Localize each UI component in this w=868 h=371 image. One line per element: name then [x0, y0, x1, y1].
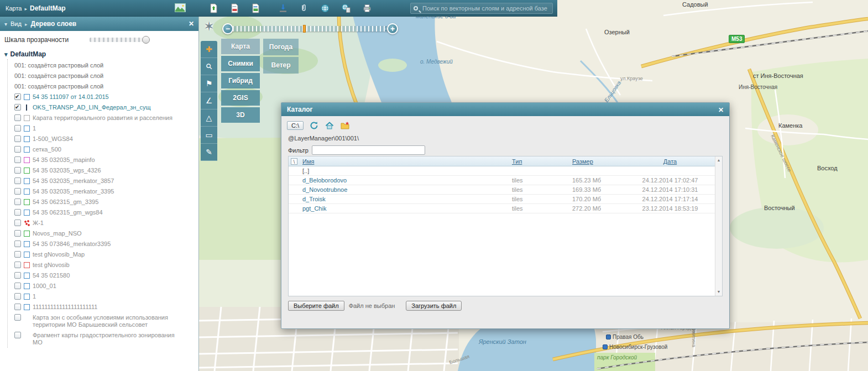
- layer-row[interactable]: 54 35 032035_merkator_3395: [0, 186, 198, 197]
- layer-row[interactable]: 001: создаётся растровый слой: [0, 60, 198, 71]
- layer-row[interactable]: 54 35 111097 от 14.01.2015: [0, 92, 198, 102]
- layer-checkbox[interactable]: [14, 146, 21, 153]
- tool-button[interactable]: ∠: [201, 92, 217, 109]
- layer-label[interactable]: 1: [33, 293, 36, 300]
- layer-label[interactable]: 54 35 032035_merkator_3857: [33, 177, 114, 185]
- layer-row[interactable]: test gNovosib_Map: [0, 249, 198, 260]
- refresh-button[interactable]: [309, 121, 319, 130]
- dialog-header[interactable]: Каталог: [281, 103, 729, 116]
- globe-button[interactable]: [318, 2, 332, 14]
- layer-row[interactable]: 54 35 073846_merkator3395: [0, 239, 198, 249]
- layer-row[interactable]: 1-500_WGS84: [0, 134, 198, 144]
- collapse-arrow-icon[interactable]: [4, 50, 8, 58]
- layer-label[interactable]: сетка_500: [33, 146, 61, 153]
- layer-checkbox[interactable]: [14, 332, 21, 338]
- print-button[interactable]: [360, 2, 374, 14]
- layer-label[interactable]: 001: создаётся растровый слой: [14, 62, 103, 69]
- layer-checkbox[interactable]: [14, 314, 21, 321]
- save-raster-button[interactable]: [207, 2, 220, 14]
- layer-checkbox[interactable]: [14, 251, 21, 258]
- layer-row[interactable]: 54 35 062315_gm_wgs84: [0, 207, 198, 218]
- layer-checkbox[interactable]: [14, 293, 21, 300]
- add-folder-button[interactable]: [340, 121, 350, 130]
- row-name[interactable]: d_Troisk: [301, 196, 512, 202]
- filter-input[interactable]: [312, 145, 425, 155]
- layer-checkbox[interactable]: [14, 156, 21, 163]
- row-name[interactable]: d_Beloborodovo: [301, 177, 512, 184]
- column-type-label[interactable]: Тип: [512, 158, 522, 165]
- column-date-label[interactable]: Дата: [663, 158, 677, 165]
- scroll-down-icon[interactable]: [715, 289, 722, 295]
- layer-row[interactable]: 54 35 032035_mapinfo: [0, 155, 198, 165]
- close-dialog-button[interactable]: [718, 104, 724, 114]
- zoom-control[interactable]: − +: [222, 23, 398, 34]
- layer-label[interactable]: test gNovosib_Map: [33, 251, 85, 258]
- layer-label[interactable]: 001: создаётся растровый слой: [14, 72, 103, 80]
- layer-label[interactable]: Карата территориального развития и рассе…: [33, 114, 172, 122]
- overlay-button[interactable]: Погода: [263, 39, 299, 55]
- table-row[interactable]: d_Novootrubnoe tiles 169.33 Мб 24.12.201…: [289, 185, 722, 195]
- table-row[interactable]: pgt_Chik tiles 272.20 Мб 23.12.2014 18:5…: [289, 204, 722, 213]
- layer-row[interactable]: Novos_map_NSO: [0, 228, 198, 239]
- layer-label[interactable]: 54 35 032035_mapinfo: [33, 156, 95, 164]
- basemap-button[interactable]: Снимки: [221, 56, 260, 71]
- download-button[interactable]: [276, 2, 290, 14]
- layer-row[interactable]: OKS_TRANSP_AD_LIN_Федерал_зн_сущ: [0, 102, 198, 113]
- layer-label[interactable]: 54 35 021580: [33, 272, 70, 279]
- layer-checkbox[interactable]: [14, 283, 21, 289]
- parent-dir-row[interactable]: [..]: [289, 166, 722, 176]
- row-name[interactable]: d_Novootrubnoe: [301, 186, 512, 193]
- layer-tree-root[interactable]: DefaultMap: [0, 48, 198, 60]
- layer-checkbox[interactable]: [14, 220, 21, 226]
- layer-checkbox[interactable]: [14, 93, 21, 100]
- column-type[interactable]: Тип: [512, 158, 564, 165]
- tool-button[interactable]: ✎: [201, 144, 217, 161]
- choose-file-button[interactable]: Выберите файл: [288, 301, 344, 311]
- layer-label[interactable]: Карта зон с особыми условиями использова…: [33, 314, 182, 328]
- column-icon[interactable]: \: [289, 158, 301, 165]
- layer-row[interactable]: 1: [0, 291, 198, 302]
- layer-checkbox[interactable]: [14, 177, 21, 184]
- layer-label[interactable]: Фрагмент карты градостроительного зониро…: [33, 332, 182, 346]
- tool-button[interactable]: ✚: [201, 41, 217, 58]
- layer-checkbox[interactable]: [14, 167, 21, 174]
- zoom-in-button[interactable]: +: [387, 23, 398, 34]
- layer-checkbox[interactable]: [14, 304, 21, 310]
- close-panel-button[interactable]: [189, 20, 194, 28]
- column-name[interactable]: Имя: [301, 158, 512, 165]
- layer-row[interactable]: Фрагмент карты градостроительного зониро…: [0, 330, 198, 348]
- basemap-button[interactable]: 2GIS: [221, 90, 260, 106]
- zoom-out-button[interactable]: −: [222, 23, 233, 34]
- layer-checkbox[interactable]: [14, 125, 21, 132]
- basemap-button[interactable]: Гибрид: [221, 73, 260, 88]
- layer-row[interactable]: 54 35 062315_gm_3395: [0, 197, 198, 207]
- layer-label[interactable]: 54 35 073846_merkator3395: [33, 241, 111, 248]
- breadcrumb-section[interactable]: Карта: [6, 5, 22, 12]
- map-preview-button[interactable]: [175, 3, 186, 14]
- tool-button[interactable]: △: [201, 109, 217, 127]
- layer-checkbox[interactable]: [14, 198, 21, 205]
- layer-checkbox[interactable]: [14, 188, 21, 195]
- panel-section-label[interactable]: Вид: [11, 20, 22, 27]
- opacity-slider[interactable]: [90, 36, 148, 44]
- column-date[interactable]: Дата: [618, 158, 722, 165]
- chevron-down-icon[interactable]: [4, 20, 7, 27]
- layer-row[interactable]: Карта зон с особыми условиями использова…: [0, 312, 198, 330]
- table-row[interactable]: d_Beloborodovo tiles 165.23 Мб 24.12.201…: [289, 176, 722, 185]
- layer-row[interactable]: 001: создаётся растровый слой: [0, 81, 198, 92]
- opacity-slider-knob[interactable]: [142, 36, 150, 44]
- export-pdf-button[interactable]: [228, 2, 241, 14]
- layer-row[interactable]: Ж-1: [0, 218, 198, 228]
- zoom-slider-track[interactable]: [229, 26, 391, 32]
- parent-dir-label[interactable]: [..]: [301, 168, 512, 174]
- home-button[interactable]: [325, 121, 334, 130]
- layer-label[interactable]: 1000_01: [33, 283, 56, 290]
- tool-button[interactable]: ▭: [201, 127, 217, 144]
- layer-label[interactable]: 54 35 111097 от 14.01.2015: [33, 93, 109, 101]
- scrollbar[interactable]: [715, 156, 722, 296]
- layer-label[interactable]: 1111111111111111111111: [33, 304, 97, 311]
- layer-label[interactable]: 1-500_WGS84: [33, 135, 73, 143]
- layer-checkbox[interactable]: [14, 114, 21, 121]
- export-image-button[interactable]: [249, 2, 262, 14]
- layer-label[interactable]: 54 35 062315_gm_wgs84: [33, 209, 103, 216]
